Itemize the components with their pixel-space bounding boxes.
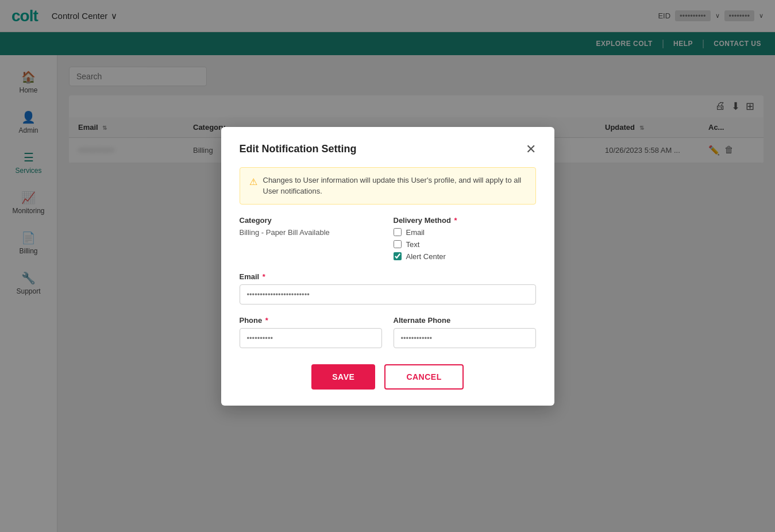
- warning-text: Changes to User information will update …: [263, 175, 526, 197]
- delivery-email-checkbox[interactable]: [394, 228, 402, 236]
- save-button[interactable]: SAVE: [311, 364, 375, 390]
- phone-field-group: Phone *: [240, 316, 382, 348]
- email-label: Email *: [240, 272, 536, 281]
- delivery-email-option[interactable]: Email: [394, 228, 536, 237]
- modal-close-button[interactable]: ✕: [526, 143, 536, 156]
- delivery-text-option[interactable]: Text: [394, 240, 536, 249]
- delivery-email-label: Email: [406, 228, 425, 237]
- phone-label: Phone *: [240, 316, 382, 325]
- delivery-text-label: Text: [406, 240, 420, 249]
- email-input[interactable]: [240, 284, 536, 304]
- phone-required-star: *: [265, 316, 268, 325]
- delivery-required-star: *: [454, 216, 457, 225]
- category-section: Category Billing - Paper Bill Available: [240, 216, 382, 261]
- delivery-label: Delivery Method *: [394, 216, 536, 225]
- delivery-alert-checkbox[interactable]: [394, 252, 402, 260]
- delivery-alert-label: Alert Center: [406, 252, 446, 261]
- alt-phone-input[interactable]: [394, 328, 536, 348]
- warning-box: ⚠ Changes to User information will updat…: [240, 167, 536, 205]
- email-field-group: Email *: [240, 272, 536, 304]
- alt-phone-label: Alternate Phone: [394, 316, 536, 325]
- email-required-star: *: [263, 272, 265, 281]
- modal-title: Edit Notification Setting: [240, 143, 357, 155]
- alt-phone-field-group: Alternate Phone: [394, 316, 536, 348]
- warning-icon: ⚠: [249, 175, 257, 189]
- modal-header: Edit Notification Setting ✕: [240, 143, 536, 156]
- modal: Edit Notification Setting ✕ ⚠ Changes to…: [221, 127, 554, 406]
- delivery-alert-option[interactable]: Alert Center: [394, 252, 536, 261]
- delivery-section: Delivery Method * Email Text Alert Cente…: [394, 216, 536, 261]
- phone-row: Phone * Alternate Phone: [240, 316, 536, 348]
- category-value: Billing - Paper Bill Available: [240, 228, 382, 237]
- delivery-text-checkbox[interactable]: [394, 240, 402, 248]
- delivery-options: Email Text Alert Center: [394, 228, 536, 261]
- modal-overlay: Edit Notification Setting ✕ ⚠ Changes to…: [0, 0, 775, 532]
- phone-input[interactable]: [240, 328, 382, 348]
- modal-actions: SAVE CANCEL: [240, 364, 536, 390]
- cancel-button[interactable]: CANCEL: [384, 364, 463, 390]
- category-label: Category: [240, 216, 382, 225]
- form-category-delivery: Category Billing - Paper Bill Available …: [240, 216, 536, 261]
